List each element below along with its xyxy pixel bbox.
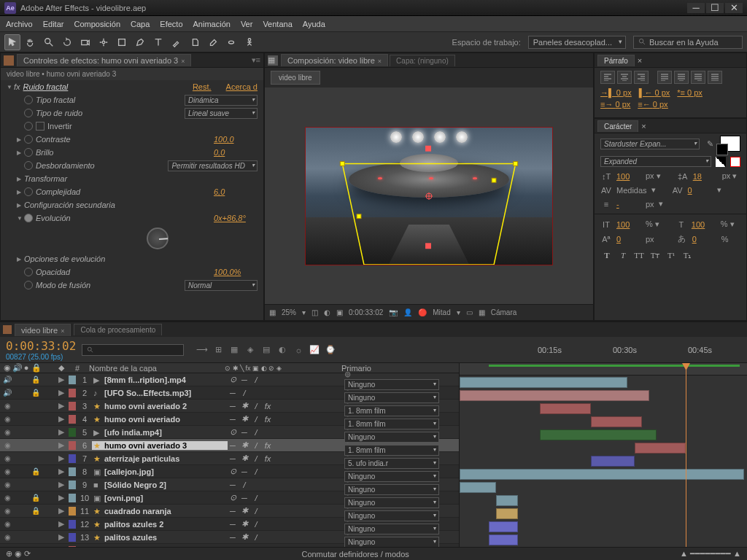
allcaps-button[interactable]: TT [632, 249, 646, 261]
align-left-icon[interactable] [600, 71, 615, 84]
font-size[interactable]: 100 [616, 172, 641, 181]
parent-dropdown[interactable]: Ninguno [344, 524, 439, 534]
align-right-icon[interactable] [634, 71, 649, 84]
clone-tool[interactable] [187, 34, 203, 50]
align-center-icon[interactable] [617, 71, 632, 84]
stopwatch-icon[interactable] [24, 109, 33, 117]
layer-bar[interactable] [460, 377, 627, 388]
color-icon[interactable]: 🔴 [418, 308, 427, 316]
render-queue-tab[interactable]: Cola de procesamiento [74, 324, 162, 335]
no-stroke-icon[interactable] [730, 157, 740, 167]
roto-tool[interactable] [223, 34, 239, 50]
camera-dropdown[interactable]: Cámara [491, 308, 517, 316]
hscale[interactable]: 100 [692, 220, 716, 229]
tsume[interactable]: 0 [692, 235, 717, 244]
menu-animación[interactable]: Animación [193, 20, 231, 28]
checkbox[interactable] [36, 122, 44, 131]
character-tab[interactable]: Carácter [597, 120, 638, 132]
resolution-dropdown[interactable]: Mitad [433, 308, 450, 316]
vscale[interactable]: 100 [616, 220, 641, 229]
grid-icon[interactable]: ▦ [269, 308, 276, 316]
layer-bar[interactable] [540, 403, 591, 414]
property-value[interactable]: 0x+86,8° [214, 214, 258, 222]
justify-left-icon[interactable] [657, 71, 672, 84]
playhead[interactable] [686, 363, 686, 547]
maximize-button[interactable]: ☐ [706, 3, 724, 13]
anchor-tool[interactable] [96, 34, 112, 50]
menu-editar[interactable]: Editar [43, 20, 64, 28]
property-value[interactable]: 0,0 [214, 148, 258, 157]
hand-tool[interactable] [23, 34, 39, 50]
layer-bar[interactable] [635, 443, 686, 454]
snapshot-icon[interactable]: 📷 [389, 308, 398, 316]
layer-bar[interactable] [496, 508, 518, 519]
menu-ayuda[interactable]: Ayuda [303, 20, 325, 28]
brainstorm-icon[interactable]: ☼ [292, 343, 305, 357]
parent-dropdown[interactable]: 1. 8mm film [344, 419, 439, 429]
stopwatch-icon[interactable] [24, 187, 33, 196]
property-dropdown[interactable]: Normal [185, 280, 258, 291]
comp-flowchart-icon[interactable]: ⊞ [212, 343, 225, 357]
region-icon[interactable]: ▭ [466, 308, 473, 316]
stopwatch-icon[interactable] [24, 96, 33, 104]
property-dropdown[interactable]: Lineal suave [185, 108, 258, 119]
layer-bar[interactable] [489, 534, 518, 545]
menu-composición[interactable]: Composición [74, 20, 120, 28]
layer-bar[interactable] [489, 521, 518, 532]
person-icon[interactable]: 👤 [403, 308, 412, 316]
justify-right-icon[interactable] [691, 71, 705, 84]
layer-bar[interactable] [460, 390, 649, 401]
parent-dropdown[interactable]: 5. ufo india.r [344, 458, 439, 469]
parent-dropdown[interactable]: Ninguno [344, 392, 439, 403]
zoom-tool[interactable] [41, 34, 57, 50]
viewer-time[interactable]: 0:00:33:02 [349, 308, 383, 316]
property-dropdown[interactable]: Permitir resultados HD [168, 160, 258, 171]
3d-icon[interactable]: ◈ [244, 343, 257, 357]
reset-link[interactable]: Rest. [193, 82, 212, 91]
stopwatch-icon[interactable] [24, 122, 33, 131]
leading-value[interactable]: 18 [693, 172, 718, 181]
panel-menu-icon[interactable]: ▾≡ [252, 55, 260, 65]
superscript-button[interactable]: T¹ [665, 249, 678, 261]
selection-tool[interactable] [4, 34, 20, 50]
space-after[interactable]: ≡← 0 px [638, 100, 667, 109]
menu-ver[interactable]: Ver [241, 20, 253, 28]
indent-right[interactable]: *≡ 0 px [677, 88, 703, 97]
menu-ventana[interactable]: Ventana [263, 20, 292, 28]
parent-dropdown[interactable]: 1. 8mm film [344, 445, 439, 456]
layer-bar[interactable] [591, 416, 642, 427]
stopwatch-icon[interactable] [24, 268, 33, 276]
toggle-switches-modes[interactable]: Conmutar definidores / modos [301, 550, 409, 559]
property-value[interactable]: 6,0 [214, 187, 258, 196]
layer-bar[interactable] [460, 482, 496, 493]
moblur-icon[interactable]: ◐ [276, 343, 289, 357]
parent-dropdown[interactable]: Ninguno [344, 471, 439, 482]
parent-dropdown[interactable]: Ninguno [344, 432, 439, 443]
menu-efecto[interactable]: Efecto [160, 20, 182, 28]
paragraph-tab[interactable]: Párrafo [597, 55, 635, 66]
layer-bar[interactable] [540, 429, 657, 440]
about-link[interactable]: Acerca d [226, 82, 258, 91]
eraser-tool[interactable] [205, 34, 221, 50]
smallcaps-button[interactable]: Tᴛ [649, 249, 662, 261]
help-search[interactable]: Buscar en la Ayuda [633, 36, 743, 49]
justify-center-icon[interactable] [674, 71, 689, 84]
stopwatch-icon[interactable] [24, 214, 33, 222]
indent-first[interactable]: ▌← 0 px [639, 88, 670, 97]
parent-dropdown[interactable]: 1. 8mm film [344, 405, 439, 416]
evolution-dial[interactable] [147, 228, 169, 249]
font-style-dropdown[interactable]: Expanded [600, 156, 711, 167]
effect-controls-tab[interactable]: Controles de efectos: humo ovni averiado… [17, 54, 191, 66]
workspace-dropdown[interactable]: Paneles desacoplad... [528, 36, 626, 49]
comp-inner-tab[interactable]: video libre [271, 71, 320, 85]
rotate-tool[interactable] [59, 34, 75, 50]
layer-row[interactable]: 🔊🔒▶1▶[8mm fi...ription].mp4⊙─/⊚Ninguno [0, 373, 459, 386]
stopwatch-icon[interactable] [24, 161, 33, 170]
shape-tool[interactable] [114, 34, 130, 50]
exposure-icon[interactable]: ◐ [324, 308, 330, 316]
space-before[interactable]: ≡→ 0 px [600, 100, 630, 109]
layer-tab[interactable]: Capa: (ninguno) [390, 55, 455, 66]
brush-tool[interactable] [169, 34, 185, 50]
italic-button[interactable]: T [616, 249, 630, 261]
eyedropper-icon[interactable]: ✎ [704, 139, 716, 149]
